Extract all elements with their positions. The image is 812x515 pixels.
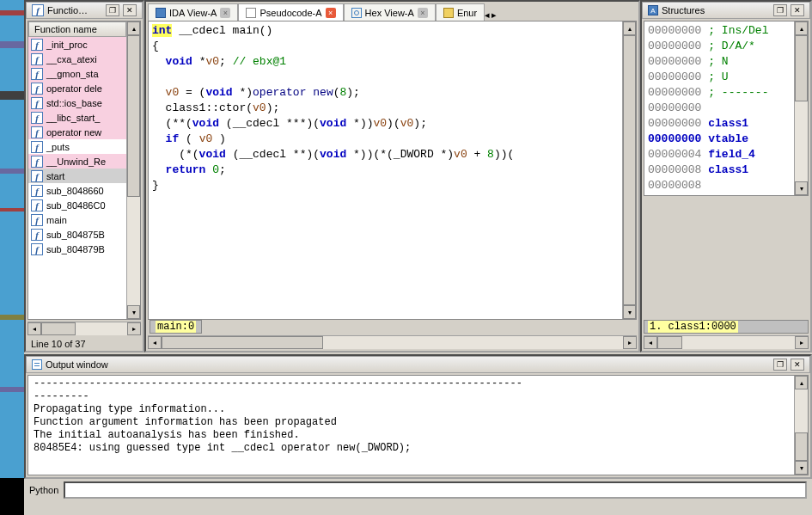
function-icon: f bbox=[31, 199, 43, 212]
function-icon: f bbox=[31, 185, 43, 197]
function-name: std::ios_base bbox=[46, 98, 102, 108]
scroll-right-icon[interactable]: ▸ bbox=[127, 322, 141, 335]
python-label: Python bbox=[29, 485, 58, 495]
scroll-up-icon[interactable]: ▴ bbox=[127, 21, 140, 35]
scroll-down-icon[interactable]: ▾ bbox=[127, 305, 140, 319]
function-row[interactable]: f__Unwind_Re bbox=[28, 154, 126, 169]
scroll-left-icon[interactable]: ◂ bbox=[148, 336, 162, 349]
function-name: _puts bbox=[46, 142, 70, 152]
function-row[interactable]: fsub_80486C0 bbox=[28, 198, 126, 212]
function-row[interactable]: fsub_804879B bbox=[28, 242, 126, 256]
functions-header[interactable]: Function name bbox=[28, 21, 126, 37]
tab-pseudocode[interactable]: Pseudocode-A × bbox=[238, 3, 343, 21]
function-icon: f bbox=[31, 97, 43, 109]
restore-icon[interactable]: ❐ bbox=[106, 4, 119, 16]
scroll-down-icon[interactable]: ▾ bbox=[795, 461, 808, 475]
tab-close-icon[interactable]: × bbox=[220, 8, 230, 18]
enum-icon bbox=[443, 8, 454, 18]
nav-overview-strip[interactable] bbox=[0, 0, 24, 353]
function-name: sub_8048660 bbox=[46, 186, 104, 196]
pseudocode-view[interactable]: int __cdecl main() { void *v0; // ebx@1 … bbox=[149, 21, 622, 319]
scroll-up-icon[interactable]: ▴ bbox=[795, 21, 808, 35]
structures-title-text: Structures bbox=[662, 5, 705, 15]
functions-list[interactable]: Function name f_init_procf__cxa_atexif__… bbox=[28, 21, 126, 319]
function-row[interactable]: fsub_804875B bbox=[28, 227, 126, 242]
functions-scrollbar-v[interactable]: ▴ ▾ bbox=[126, 21, 140, 319]
functions-title-text: Functio… bbox=[47, 5, 88, 15]
output-text[interactable]: ----------------------------------------… bbox=[28, 376, 794, 475]
structures-status: 1. class1:0000 bbox=[644, 320, 809, 334]
functions-status: Line 10 of 37 bbox=[26, 337, 143, 351]
scroll-left-icon[interactable]: ◂ bbox=[27, 322, 41, 335]
function-row[interactable]: f__gmon_sta bbox=[28, 66, 126, 81]
structures-panel: A Structures ❐ ✕ 00000000 ; Ins/Del 0000… bbox=[640, 0, 812, 353]
function-icon: f bbox=[31, 39, 43, 51]
function-row[interactable]: f__libc_start_ bbox=[28, 110, 126, 125]
structures-icon: A bbox=[648, 5, 658, 15]
function-row[interactable]: f__cxa_atexi bbox=[28, 52, 126, 66]
function-row[interactable]: foperator new bbox=[28, 125, 126, 139]
close-icon[interactable]: ✕ bbox=[791, 359, 804, 371]
tab-hex-view[interactable]: Hex View-A × bbox=[344, 3, 436, 21]
nav-overview-strip-lower[interactable] bbox=[0, 353, 24, 515]
function-name: __gmon_sta bbox=[46, 69, 99, 79]
function-icon: f bbox=[31, 53, 43, 65]
structures-view[interactable]: 00000000 ; Ins/Del 00000000 ; D/A/* 0000… bbox=[644, 21, 794, 195]
tab-scroll-right-icon[interactable]: ▸ bbox=[491, 9, 497, 21]
code-scrollbar-h[interactable]: ◂ ▸ bbox=[148, 335, 637, 349]
function-row[interactable]: fstd::ios_base bbox=[28, 95, 126, 110]
structures-panel-title[interactable]: A Structures ❐ ✕ bbox=[642, 2, 810, 19]
function-icon: f bbox=[31, 243, 43, 255]
output-scrollbar-v[interactable]: ▴ ▾ bbox=[794, 376, 808, 475]
python-bar: Python bbox=[24, 479, 812, 501]
function-icon: f bbox=[31, 126, 43, 138]
function-name: operator dele bbox=[46, 83, 102, 94]
structures-scrollbar-v[interactable]: ▴ ▾ bbox=[794, 21, 808, 195]
tab-close-icon[interactable]: × bbox=[418, 8, 428, 18]
structures-scrollbar-h[interactable]: ◂ ▸ bbox=[644, 335, 809, 349]
functions-scrollbar-h[interactable]: ◂ ▸ bbox=[27, 322, 141, 335]
function-row[interactable]: f_init_proc bbox=[28, 37, 126, 52]
scroll-down-icon[interactable]: ▾ bbox=[795, 181, 808, 195]
main-panel: IDA View-A × Pseudocode-A × Hex View-A ×… bbox=[144, 0, 640, 353]
function-icon: f bbox=[31, 68, 43, 80]
function-row[interactable]: fsub_8048660 bbox=[28, 183, 126, 198]
restore-icon[interactable]: ❐ bbox=[773, 4, 787, 16]
scroll-left-icon[interactable]: ◂ bbox=[644, 336, 657, 349]
function-row[interactable]: foperator dele bbox=[28, 81, 126, 95]
scroll-right-icon[interactable]: ▸ bbox=[623, 336, 637, 349]
function-icon: f bbox=[31, 112, 43, 124]
code-scrollbar-v[interactable]: ▴ ▾ bbox=[622, 21, 636, 319]
scroll-down-icon[interactable]: ▾ bbox=[623, 305, 636, 319]
python-input[interactable] bbox=[64, 481, 807, 499]
function-name: sub_804875B bbox=[46, 230, 105, 240]
tab-label: Pseudocode-A bbox=[259, 8, 321, 18]
output-panel-title[interactable]: Output window ❐ ✕ bbox=[26, 356, 810, 373]
scroll-up-icon[interactable]: ▴ bbox=[623, 21, 636, 35]
tab-label: Hex View-A bbox=[365, 8, 414, 18]
function-row[interactable]: f_puts bbox=[28, 139, 126, 154]
function-icon: f bbox=[31, 141, 43, 153]
function-icon: f bbox=[31, 229, 43, 241]
function-icon: f bbox=[31, 83, 43, 95]
restore-icon[interactable]: ❐ bbox=[773, 359, 787, 371]
functions-panel-title[interactable]: f Functio… ❐ ✕ bbox=[26, 2, 143, 19]
tab-enums[interactable]: Enur bbox=[436, 3, 485, 21]
output-panel: Output window ❐ ✕ ----------------------… bbox=[24, 354, 812, 479]
tab-ida-view[interactable]: IDA View-A × bbox=[148, 3, 238, 21]
function-row[interactable]: fstart bbox=[28, 169, 126, 183]
function-name: sub_804879B bbox=[46, 244, 105, 254]
function-name: main bbox=[46, 215, 67, 225]
function-name: __libc_start_ bbox=[46, 113, 100, 123]
close-icon[interactable]: ✕ bbox=[791, 4, 804, 16]
scroll-right-icon[interactable]: ▸ bbox=[795, 336, 809, 349]
ida-view-icon bbox=[156, 8, 166, 18]
function-row[interactable]: fmain bbox=[28, 212, 126, 227]
scroll-up-icon[interactable]: ▴ bbox=[795, 376, 808, 389]
tab-scroll-left-icon[interactable]: ◂ bbox=[485, 9, 490, 21]
close-icon[interactable]: ✕ bbox=[123, 4, 137, 16]
function-icon: f bbox=[31, 170, 43, 182]
function-name: _init_proc bbox=[46, 40, 88, 50]
pseudocode-icon bbox=[246, 8, 256, 18]
tab-close-icon[interactable]: × bbox=[326, 8, 336, 18]
